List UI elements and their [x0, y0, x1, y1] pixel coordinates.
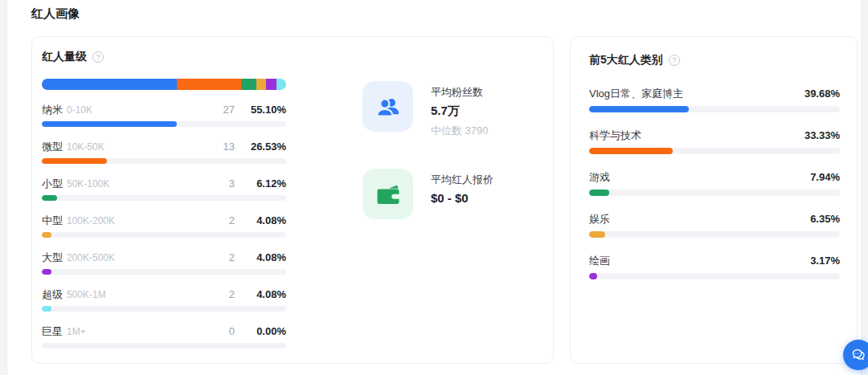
tier-bar-track [42, 306, 286, 312]
tier-card-title: 红人量级 [42, 50, 87, 64]
category-bar-track [589, 190, 840, 196]
tier-bar-track [42, 232, 286, 238]
category-percent: 6.35% [610, 213, 840, 225]
help-icon[interactable]: ? [92, 51, 104, 63]
tier-bar-track [42, 269, 286, 275]
tier-count: 2 [229, 214, 235, 226]
avg-followers-value: 5.7万 [431, 104, 489, 119]
tier-count: 3 [229, 177, 235, 190]
tier-bar-track [42, 343, 286, 349]
category-bar-track [589, 106, 840, 112]
tier-range: 200K-500K [67, 252, 115, 263]
tier-row: 超级 500K-1M 2 4.08% [42, 287, 286, 312]
tier-count: 0 [229, 325, 235, 337]
category-row: 科学与技术 33.33% [589, 128, 840, 154]
category-card: 前5大红人类别 ? Vlog日常、家庭博主 39.68% 科学与技术 33.33… [570, 36, 858, 364]
stacked-segment [256, 79, 266, 90]
tier-count: 2 [229, 251, 235, 263]
category-bar-fill [589, 231, 605, 238]
tier-row: 大型 200K-500K 2 4.08% [42, 251, 286, 275]
category-row: 绘画 3.17% [589, 254, 840, 279]
help-icon[interactable]: ? [669, 55, 680, 66]
tier-range: 50K-100K [67, 178, 109, 190]
category-bar-fill [589, 190, 609, 196]
tier-percent: 26.53% [235, 141, 286, 153]
tier-row: 中型 100K-200K 2 4.08% [42, 214, 286, 238]
tier-bar-track [42, 121, 286, 127]
tier-bar-fill [42, 158, 107, 164]
tier-range: 100K-200K [67, 215, 115, 226]
category-name: 科学与技术 [589, 128, 641, 143]
page-title: 红人画像 [31, 6, 80, 22]
stacked-segment [241, 79, 256, 90]
tier-rows: 纳米 0-10K 27 55.10% 微型 10K-50K 13 26.53% [42, 103, 286, 361]
category-row: 游戏 7.94% [589, 170, 840, 196]
tier-name: 纳米 [42, 103, 63, 117]
tier-percent: 6.12% [235, 177, 286, 190]
category-percent: 39.68% [683, 88, 840, 100]
tier-range: 0-10K [67, 104, 92, 116]
category-card-title: 前5大红人类别 [589, 53, 663, 67]
users-icon [362, 81, 413, 132]
stacked-segment [177, 79, 242, 90]
category-bar-fill [589, 148, 673, 154]
tier-row: 巨星 1M+ 0 0.00% [42, 324, 286, 349]
avg-followers-label: 平均粉丝数 [431, 85, 489, 100]
stacked-segment [276, 79, 286, 90]
category-bar-track [589, 148, 840, 154]
tier-bar-fill [42, 195, 57, 201]
tier-bar-fill [42, 232, 51, 238]
wallet-icon [362, 169, 413, 219]
category-percent: 33.33% [641, 129, 840, 141]
tier-row: 小型 50K-100K 3 6.12% [42, 177, 286, 201]
category-name: 绘画 [589, 254, 610, 268]
tier-count: 27 [223, 104, 235, 116]
category-name: 娱乐 [589, 212, 610, 226]
tier-name: 大型 [42, 251, 63, 265]
tier-range: 500K-1M [67, 289, 106, 300]
category-percent: 3.17% [610, 255, 840, 267]
category-card-header: 前5大红人类别 ? [589, 53, 680, 67]
category-bar-fill [589, 273, 597, 279]
chat-bubble-icon [850, 346, 867, 364]
content-panel: 红人画像 红人量级 ? 纳米 0-10K 27 55.10% [6, 0, 862, 375]
avg-price-value: $0 - $0 [431, 191, 493, 205]
category-bar-track [589, 273, 840, 279]
tier-card: 红人量级 ? 纳米 0-10K 27 55.10% [31, 36, 554, 364]
tier-range: 1M+ [67, 326, 86, 337]
tier-bar-track [42, 195, 286, 201]
median-followers: 中位数 3790 [431, 124, 489, 138]
chat-button[interactable] [843, 340, 868, 370]
tier-stats: 平均粉丝数 5.7万 中位数 3790 平均红人报价 [362, 81, 493, 219]
stacked-segment [42, 79, 177, 90]
tier-bar-fill [42, 306, 51, 312]
tier-name: 巨星 [42, 324, 63, 339]
category-rows: Vlog日常、家庭博主 39.68% 科学与技术 33.33% 游戏 7.94% [589, 87, 840, 296]
category-name: Vlog日常、家庭博主 [589, 87, 683, 101]
category-row: Vlog日常、家庭博主 39.68% [589, 87, 840, 112]
tier-bar-track [42, 158, 286, 164]
avg-price-label: 平均红人报价 [431, 173, 493, 187]
tier-row: 纳米 0-10K 27 55.10% [42, 103, 286, 127]
tier-name: 微型 [42, 140, 63, 154]
category-name: 游戏 [589, 170, 610, 185]
tier-bar-fill [42, 121, 177, 127]
category-percent: 7.94% [610, 171, 840, 183]
tier-card-header: 红人量级 ? [42, 50, 104, 64]
tier-percent: 0.00% [235, 325, 286, 337]
tier-percent: 4.08% [235, 251, 286, 263]
tier-row: 微型 10K-50K 13 26.53% [42, 140, 286, 164]
tier-name: 小型 [42, 177, 63, 191]
tier-bar-fill [42, 269, 51, 275]
tier-range: 10K-50K [67, 141, 104, 153]
tier-name: 中型 [42, 214, 63, 228]
stacked-segment [266, 79, 276, 90]
avg-followers-stat: 平均粉丝数 5.7万 中位数 3790 [362, 81, 493, 138]
tier-percent: 55.10% [235, 104, 286, 116]
category-bar-track [589, 231, 840, 238]
tier-name: 超级 [42, 287, 63, 302]
category-row: 娱乐 6.35% [589, 212, 840, 238]
category-bar-fill [589, 106, 689, 112]
tier-stacked-bar [42, 79, 286, 90]
tier-count: 2 [229, 288, 235, 300]
